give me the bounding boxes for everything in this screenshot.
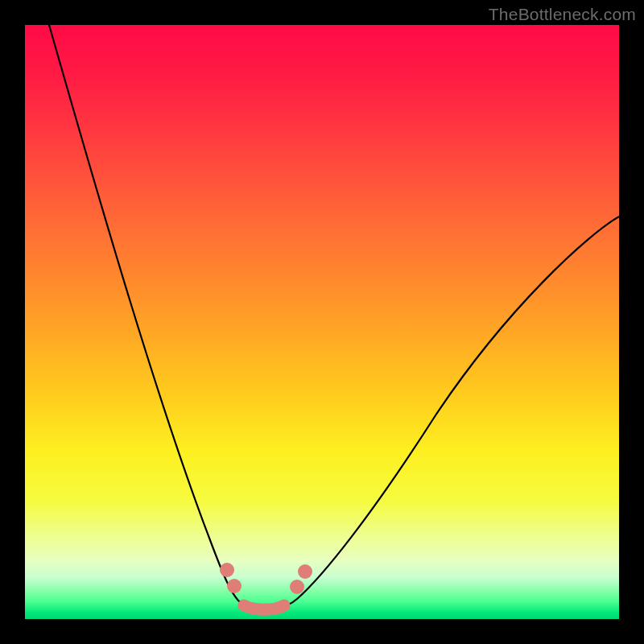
watermark-text: TheBottleneck.com	[489, 5, 636, 24]
bottleneck-curve	[49, 25, 619, 607]
svg-point-0	[220, 563, 234, 577]
optimal-range-marker	[220, 563, 312, 609]
svg-point-2	[290, 580, 304, 594]
chart-frame: TheBottleneck.com	[0, 0, 644, 644]
curve-layer	[25, 25, 619, 619]
svg-point-1	[227, 579, 242, 593]
svg-point-3	[298, 564, 312, 579]
